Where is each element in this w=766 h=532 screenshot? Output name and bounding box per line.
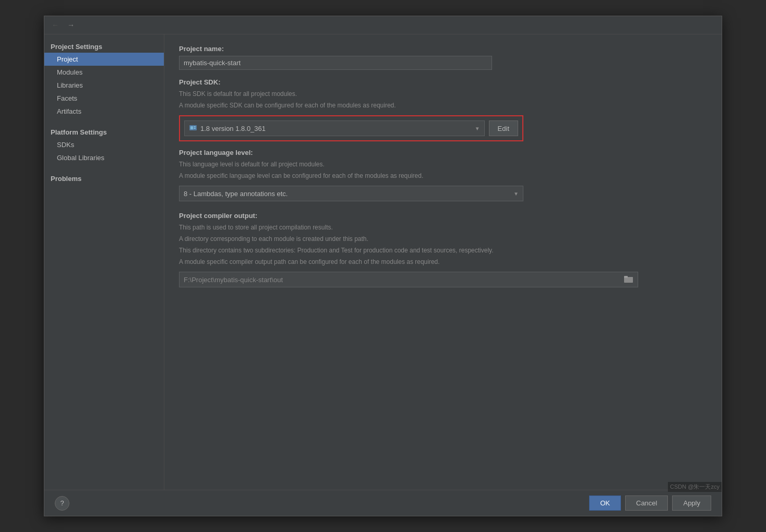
sidebar-item-facets[interactable]: Facets (44, 92, 164, 105)
sdk-dropdown[interactable]: 1.8 version 1.8.0_361 ▼ (184, 120, 485, 136)
ok-button[interactable]: OK (589, 495, 621, 511)
folder-icon[interactable] (624, 275, 633, 285)
watermark: CSDN @朱一天zcy (668, 482, 722, 492)
language-level-label: Project language level: (179, 149, 707, 156)
sidebar-item-project[interactable]: Project (44, 53, 164, 66)
sdk-desc1: This SDK is default for all project modu… (179, 89, 707, 99)
sidebar: Project Settings Project Modules Librari… (44, 34, 164, 490)
sidebar-item-modules[interactable]: Modules (44, 66, 164, 79)
dialog-body: Project Settings Project Modules Librari… (44, 34, 722, 490)
dialog-footer: ? OK Cancel Apply (44, 490, 722, 516)
project-settings-heading: Project Settings (44, 39, 164, 53)
compiler-output-desc1: This path is used to store all project c… (179, 223, 707, 232)
forward-button[interactable]: → (65, 19, 77, 31)
sdk-icon (189, 124, 197, 134)
compiler-output-value: F:\Project\mybatis-quick-start\out (184, 276, 283, 284)
compiler-output-desc2: A directory corresponding to each module… (179, 234, 707, 244)
help-button[interactable]: ? (55, 496, 69, 511)
svg-rect-2 (194, 126, 196, 127)
language-level-desc1: This language level is default for all p… (179, 160, 707, 169)
compiler-output-desc3: This directory contains two subdirectori… (179, 246, 707, 255)
project-structure-dialog: ← → Project Settings Project Modules Lib… (44, 16, 722, 516)
sdk-edit-button[interactable]: Edit (489, 120, 518, 136)
language-chevron-icon: ▼ (513, 191, 519, 197)
sidebar-item-global-libraries[interactable]: Global Libraries (44, 151, 164, 164)
language-level-value: 8 - Lambdas, type annotations etc. (184, 190, 288, 198)
project-name-label: Project name: (179, 45, 707, 53)
sidebar-item-problems[interactable]: Problems (44, 171, 164, 185)
sdk-chevron-icon: ▼ (475, 126, 480, 131)
main-content: Project name: Project SDK: This SDK is d… (164, 34, 722, 490)
svg-rect-1 (190, 126, 193, 129)
compiler-output-label: Project compiler output: (179, 212, 707, 220)
sidebar-item-libraries[interactable]: Libraries (44, 79, 164, 92)
compiler-output-desc4: A module specific compiler output path c… (179, 257, 707, 267)
back-button[interactable]: ← (50, 19, 61, 31)
apply-button[interactable]: Apply (672, 495, 711, 511)
cancel-button[interactable]: Cancel (625, 495, 668, 511)
language-level-desc2: A module specific language level can be … (179, 171, 707, 180)
sdk-label: Project SDK: (179, 78, 707, 86)
svg-rect-3 (194, 128, 196, 129)
svg-rect-5 (624, 276, 628, 278)
sidebar-item-sdks[interactable]: SDKs (44, 138, 164, 151)
project-name-input[interactable] (179, 56, 492, 70)
platform-settings-heading: Platform Settings (44, 124, 164, 138)
language-level-dropdown[interactable]: 8 - Lambdas, type annotations etc. ▼ (179, 186, 523, 201)
compiler-output-field[interactable]: F:\Project\mybatis-quick-start\out (179, 272, 638, 287)
sdk-desc2: A module specific SDK can be configured … (179, 101, 707, 110)
nav-bar: ← → (44, 16, 722, 34)
sdk-value: 1.8 version 1.8.0_361 (200, 125, 266, 132)
sidebar-item-artifacts[interactable]: Artifacts (44, 105, 164, 118)
footer-left: ? (55, 496, 585, 511)
sdk-row: 1.8 version 1.8.0_361 ▼ Edit (179, 115, 523, 141)
